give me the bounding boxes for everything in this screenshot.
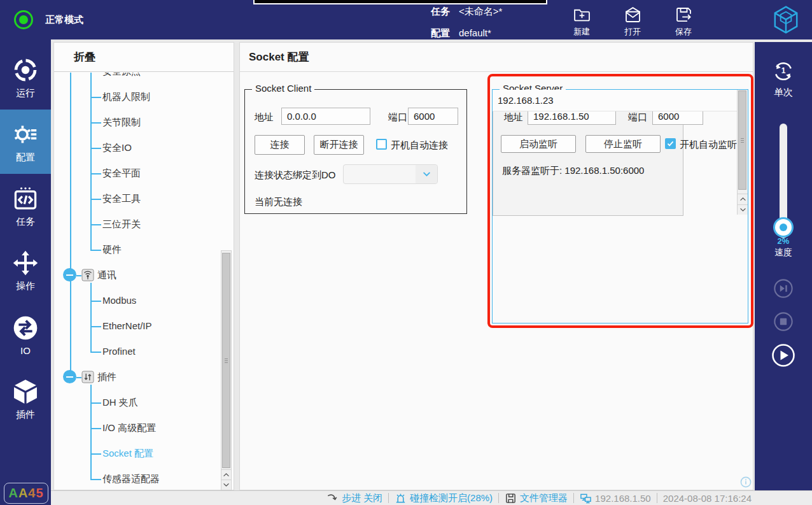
connected-clients-list[interactable]: 192.168.1.23 xyxy=(493,90,683,216)
status-item-file-manager[interactable]: 文件管理器 xyxy=(505,492,568,504)
tree-connector-line xyxy=(90,122,101,124)
robot-id-badge[interactable]: AA45 xyxy=(4,483,48,504)
status-item-label: 2024-08-08 17:16:24 xyxy=(663,493,752,504)
top-action-new[interactable]: 新建 xyxy=(556,3,607,38)
info-icon[interactable] xyxy=(740,476,752,488)
list-scrollbar[interactable] xyxy=(737,90,748,215)
tree-item[interactable]: 传感器适配器 xyxy=(102,471,160,487)
tree-connector-line xyxy=(90,283,92,352)
top-actions: 新建打开保存 xyxy=(556,3,709,38)
tree-item[interactable]: 插件 xyxy=(97,369,116,385)
list-scrollbar-thumb[interactable] xyxy=(738,90,746,190)
tree-connector-line xyxy=(90,148,101,149)
connect-button[interactable]: 连接 xyxy=(255,135,305,155)
speed-slider-handle[interactable] xyxy=(775,219,792,236)
io-icon xyxy=(11,314,39,342)
tree-connector-line xyxy=(70,73,71,377)
step-status-icon xyxy=(326,492,339,504)
play-button[interactable] xyxy=(771,343,795,367)
step-forward-button[interactable] xyxy=(773,278,794,299)
auto-connect-checkbox[interactable] xyxy=(376,139,387,150)
tree-scroll-down-button[interactable] xyxy=(221,480,231,490)
tree-item[interactable]: Profinet xyxy=(102,344,136,359)
top-action-save[interactable]: 保存 xyxy=(658,3,709,38)
tree-item[interactable]: Modbus xyxy=(102,293,136,308)
tree-item[interactable]: 硬件 xyxy=(102,242,122,257)
tree-connector-line xyxy=(90,199,101,200)
top-action-label: 打开 xyxy=(624,26,641,38)
status-separator xyxy=(573,493,574,503)
status-separator xyxy=(657,493,657,503)
socket-client-legend: Socket Client xyxy=(252,83,314,94)
stop-button[interactable] xyxy=(773,311,794,332)
dropdown-button[interactable] xyxy=(416,165,437,183)
client-address-input[interactable] xyxy=(281,108,370,125)
tree-item[interactable]: Socket 配置 xyxy=(102,446,153,461)
socket-server-group: Socket Server 地址 端口 启动监听 停止监听 开机自动监听 服务器… xyxy=(492,89,748,324)
scroll-up-icon xyxy=(223,473,230,477)
tree-item[interactable]: 机器人限制 xyxy=(102,89,150,104)
tree-item[interactable]: 关节限制 xyxy=(102,115,141,130)
disconnect-button[interactable]: 断开连接 xyxy=(314,135,364,155)
tree-item[interactable]: 三位开关 xyxy=(102,217,141,232)
tree-item[interactable]: 安全平面 xyxy=(102,166,141,181)
scroll-down-icon xyxy=(739,208,746,212)
badge-letter: 5 xyxy=(36,486,43,501)
sidebar-item-label: 操作 xyxy=(16,280,35,292)
mode-status-icon xyxy=(14,10,33,29)
tree-item[interactable]: 安全IO xyxy=(102,140,132,155)
tree-item[interactable]: DH 夹爪 xyxy=(102,395,138,410)
sidebar-item-label: 任务 xyxy=(16,216,35,228)
sidebar-item-plugin[interactable]: 插件 xyxy=(0,367,51,431)
sidebar-item-label: 运行 xyxy=(16,87,35,99)
top-bar: 正常模式 任务 <未命名>* 配置 default* 新建打开保存 xyxy=(0,0,812,39)
plugin-box-icon xyxy=(81,371,94,383)
status-item-step[interactable]: 步进 关闭 xyxy=(326,492,382,504)
loop-mode-label: 单次 xyxy=(755,87,812,99)
badge-letter: 4 xyxy=(28,486,36,501)
tree-item[interactable]: EtherNet/IP xyxy=(102,318,152,334)
client-list-rows: 192.168.1.23 xyxy=(493,90,737,323)
open-file-icon xyxy=(623,5,643,25)
mode-label: 正常模式 xyxy=(45,14,83,26)
app-logo-icon xyxy=(770,4,802,36)
tree-collapse-header[interactable]: 折叠 xyxy=(54,43,234,72)
tree-connector-line xyxy=(90,428,101,429)
status-item-datetime[interactable]: 2024-08-08 17:16:24 xyxy=(663,493,752,504)
top-action-open[interactable]: 打开 xyxy=(607,3,658,38)
badge-letter: A xyxy=(8,486,18,501)
tree-connector-line xyxy=(90,97,101,98)
list-scroll-up-button[interactable] xyxy=(738,194,748,204)
sidebar-item-run[interactable]: 运行 xyxy=(0,45,51,110)
sidebar-item-io[interactable]: IO xyxy=(0,302,51,367)
tree-scroll-up-button[interactable] xyxy=(221,469,231,480)
do-bind-dropdown[interactable] xyxy=(343,164,438,184)
list-scroll-down-button[interactable] xyxy=(738,204,748,215)
sidebar-item-label: 插件 xyxy=(16,409,35,421)
badge-letter: A xyxy=(18,486,28,501)
tree-item[interactable]: 安全工具 xyxy=(102,191,141,206)
tree-item[interactable]: 安全原点 xyxy=(102,73,141,79)
page-title: Socket 配置 xyxy=(240,43,753,72)
tree-collapse-toggle[interactable] xyxy=(63,370,76,383)
tree-content: 安全原点机器人限制关节限制安全IO安全平面安全工具三位开关硬件通讯ModbusE… xyxy=(54,73,234,490)
do-bind-label: 连接状态绑定到DO xyxy=(255,169,336,180)
tree-collapse-toggle[interactable] xyxy=(63,268,76,281)
tree-item[interactable]: 通讯 xyxy=(97,267,116,283)
sidebar-item-operate[interactable]: 操作 xyxy=(0,238,51,302)
tree-scrollbar[interactable] xyxy=(221,250,232,490)
client-port-input[interactable] xyxy=(408,108,458,125)
comm-antenna-icon xyxy=(81,269,94,281)
client-list-item[interactable]: 192.168.1.23 xyxy=(493,90,737,111)
client-connection-status: 当前无连接 xyxy=(255,196,302,207)
tree-item[interactable]: I/O 高级配置 xyxy=(102,420,156,436)
plugin-icon xyxy=(11,378,39,406)
collision-status-icon xyxy=(395,492,407,504)
sidebar-item-task[interactable]: 任务 xyxy=(0,174,51,238)
loop-count: 1 xyxy=(771,66,796,75)
run-icon xyxy=(11,56,39,84)
tree-scrollbar-thumb[interactable] xyxy=(222,253,230,468)
sidebar-item-config[interactable]: 配置 xyxy=(0,110,51,174)
status-item-collision[interactable]: 碰撞检测开启(28%) xyxy=(395,492,493,504)
status-item-network-ip[interactable]: 192.168.1.50 xyxy=(580,492,651,504)
